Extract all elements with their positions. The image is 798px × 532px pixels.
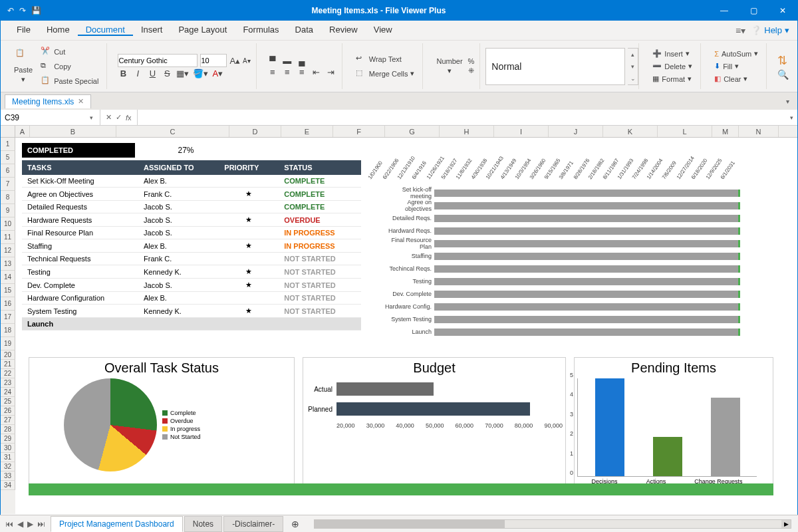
style-up-icon[interactable]: ▴ — [628, 51, 638, 58]
task-row[interactable]: Final Resource PlanJacob S.IN PROGRESS — [22, 227, 361, 239]
row-header[interactable]: 12 — [1, 244, 15, 257]
scroll-right-icon[interactable]: ▶ — [781, 520, 791, 528]
row-headers[interactable]: 1567891011121314151617181920212223242526… — [1, 138, 15, 514]
close-tab-icon[interactable]: ✕ — [78, 97, 84, 106]
row-header[interactable]: 25 — [1, 397, 15, 406]
align-middle-icon[interactable]: ▬ — [282, 56, 293, 66]
clear-button[interactable]: ◧Clear▾ — [712, 73, 750, 84]
col-header[interactable]: D — [229, 126, 281, 137]
row-header[interactable]: 10 — [1, 217, 15, 231]
task-row[interactable]: System TestingKennedy K.★NOT STARTED — [22, 305, 361, 318]
row-header[interactable]: 24 — [1, 388, 15, 397]
row-header[interactable]: 9 — [1, 204, 15, 217]
ribbon-options-icon[interactable]: ≡▾ — [730, 25, 751, 36]
style-down-icon[interactable]: ▾ — [628, 63, 638, 70]
menu-page-layout[interactable]: Page Layout — [170, 25, 235, 35]
row-header[interactable]: 18 — [1, 324, 15, 337]
fx-icon[interactable]: fx — [126, 114, 132, 122]
row-header[interactable]: 30 — [1, 444, 15, 453]
select-all-corner[interactable] — [1, 126, 15, 137]
col-header[interactable]: J — [549, 126, 603, 137]
sheet-nav-last-icon[interactable]: ⏭ — [36, 519, 47, 529]
row-header[interactable]: 21 — [1, 360, 15, 369]
menu-review[interactable]: Review — [321, 25, 366, 35]
sort-filter-icon[interactable]: ⇅ — [777, 53, 787, 68]
find-icon[interactable]: 🔍 — [777, 69, 789, 80]
align-right-icon[interactable]: ≡ — [297, 67, 307, 77]
filetab-chevron-icon[interactable]: ▾ — [782, 98, 793, 105]
maximize-button[interactable]: ▢ — [739, 1, 768, 21]
cancel-formula-icon[interactable]: ✕ — [106, 113, 112, 122]
file-tab[interactable]: Meeting Items.xls✕ — [5, 94, 91, 108]
align-bottom-icon[interactable]: ▄ — [297, 56, 307, 66]
task-row[interactable]: Detailed RequestsJacob S.COMPLETE — [22, 201, 361, 213]
row-header[interactable]: 14 — [1, 271, 15, 284]
menu-file[interactable]: File — [9, 25, 39, 35]
sheet-tab[interactable]: Notes — [184, 516, 222, 532]
number-format-button[interactable]: Number▾ — [434, 57, 465, 75]
row-header[interactable]: 20 — [1, 350, 15, 360]
fill-button[interactable]: ⬇Fill▾ — [712, 61, 741, 72]
decrease-font-icon[interactable]: A▾ — [243, 57, 251, 65]
col-header[interactable]: G — [385, 126, 440, 137]
task-row[interactable]: TestingKennedy K.★NOT STARTED — [22, 265, 361, 279]
minimize-button[interactable]: — — [710, 1, 739, 21]
save-icon[interactable]: 💾 — [31, 6, 41, 15]
row-header[interactable]: 17 — [1, 311, 15, 324]
row-header[interactable]: 19 — [1, 337, 15, 350]
col-header[interactable]: K — [603, 126, 658, 137]
format-cells-button[interactable]: ▦Format▾ — [650, 73, 694, 84]
row-header[interactable]: 8 — [1, 191, 15, 204]
borders-button[interactable]: ▦▾ — [176, 68, 189, 78]
row-header[interactable]: 26 — [1, 406, 15, 416]
sheet-nav-prev-icon[interactable]: ◀ — [16, 519, 25, 529]
sheet-nav-first-icon[interactable]: ⏮ — [4, 519, 15, 529]
align-center-icon[interactable]: ≡ — [282, 67, 293, 77]
autosum-button[interactable]: ΣAutoSum▾ — [712, 48, 761, 59]
row-header[interactable]: 23 — [1, 378, 15, 388]
row-header[interactable]: 29 — [1, 434, 15, 444]
undo-icon[interactable]: ↶ — [7, 6, 14, 15]
row-header[interactable]: 22 — [1, 369, 15, 378]
help-button[interactable]: ❔ Help ▾ — [751, 25, 789, 35]
delete-cells-button[interactable]: ➖Delete▾ — [650, 61, 695, 72]
sheet-tab[interactable]: -Disclaimer- — [223, 516, 283, 532]
formula-input[interactable] — [138, 113, 786, 122]
row-header[interactable]: 34 — [1, 481, 15, 490]
col-header[interactable]: C — [116, 126, 229, 137]
row-header[interactable]: 27 — [1, 416, 15, 425]
column-headers[interactable]: ABCDEFGHIJKLMN — [1, 126, 797, 138]
cell-reference-input[interactable] — [1, 113, 87, 122]
task-row[interactable]: Set Kick-Off MeetingAlex B.COMPLETE — [22, 175, 361, 188]
row-header[interactable]: 32 — [1, 462, 15, 471]
sheet-tab[interactable]: Project Management Dashboard — [51, 516, 183, 532]
style-more-icon[interactable]: ⌄ — [628, 75, 638, 82]
col-header[interactable]: M — [712, 126, 739, 137]
align-left-icon[interactable]: ≡ — [267, 67, 278, 77]
strikethrough-button[interactable]: S — [162, 68, 172, 78]
col-header[interactable]: I — [494, 126, 549, 137]
row-header[interactable]: 1 — [1, 138, 15, 151]
task-row[interactable]: Dev. CompleteJacob S.★NOT STARTED — [22, 279, 361, 292]
row-header[interactable]: 11 — [1, 231, 15, 244]
enter-formula-icon[interactable]: ✓ — [116, 113, 122, 122]
scroll-thumb[interactable] — [315, 520, 505, 528]
worksheet[interactable]: COMPLETED 27% TASKSASSIGNED TOPRIORITYST… — [15, 138, 797, 514]
increase-indent-icon[interactable]: ⇥ — [326, 67, 336, 77]
paste-special-button[interactable]: 📋Paste Special — [38, 74, 101, 88]
underline-button[interactable]: U — [147, 68, 158, 78]
bold-button[interactable]: B — [118, 68, 128, 78]
close-button[interactable]: ✕ — [768, 1, 797, 21]
task-row[interactable]: Agree on ObjectivesFrank C.★COMPLETE — [22, 188, 361, 201]
horizontal-scrollbar[interactable]: ◀ ▶ — [314, 519, 791, 529]
row-header[interactable]: 16 — [1, 297, 15, 311]
menu-home[interactable]: Home — [39, 25, 78, 35]
task-row[interactable]: Technical RequestsFrank C.NOT STARTED — [22, 253, 361, 265]
align-top-icon[interactable]: ▀ — [267, 56, 278, 66]
row-header[interactable]: 5 — [1, 151, 15, 164]
menu-document[interactable]: Document — [78, 25, 133, 36]
formula-expand-icon[interactable]: ▾ — [786, 114, 797, 121]
col-header[interactable]: B — [30, 126, 116, 137]
task-row-launch[interactable]: Launch — [22, 318, 361, 331]
row-header[interactable]: 7 — [1, 178, 15, 191]
